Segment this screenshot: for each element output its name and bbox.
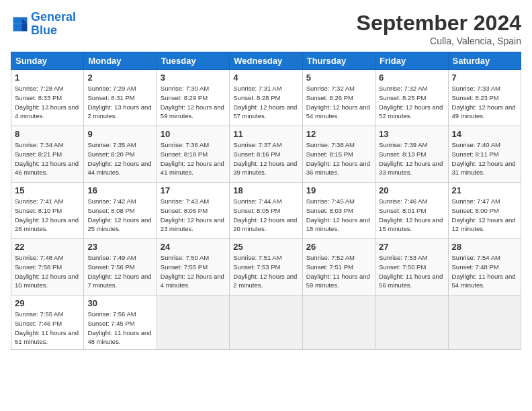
table-row: 24Sunrise: 7:50 AMSunset: 7:55 PMDayligh… [157,239,229,295]
table-row: 14Sunrise: 7:40 AMSunset: 8:11 PMDayligh… [448,126,521,183]
page: General Blue September 2024 Culla, Valen… [0,0,532,411]
table-row: 6Sunrise: 7:32 AMSunset: 8:25 PMDaylight… [375,70,448,126]
table-row: 30Sunrise: 7:56 AMSunset: 7:45 PMDayligh… [84,295,157,350]
table-row: 22Sunrise: 7:48 AMSunset: 7:58 PMDayligh… [11,239,84,295]
col-thursday: Thursday [302,52,375,70]
table-row: 19Sunrise: 7:45 AMSunset: 8:03 PMDayligh… [302,183,375,239]
table-row: 29Sunrise: 7:55 AMSunset: 7:46 PMDayligh… [11,295,84,350]
table-row: 26Sunrise: 7:52 AMSunset: 7:51 PMDayligh… [302,239,375,295]
table-row: 13Sunrise: 7:39 AMSunset: 8:13 PMDayligh… [375,126,448,183]
table-row: 10Sunrise: 7:36 AMSunset: 8:18 PMDayligh… [157,126,229,183]
table-row: 20Sunrise: 7:46 AMSunset: 8:01 PMDayligh… [375,183,448,239]
table-row: 11Sunrise: 7:37 AMSunset: 8:16 PMDayligh… [230,126,302,183]
calendar-header-row: Sunday Monday Tuesday Wednesday Thursday… [11,52,521,70]
table-row: 5Sunrise: 7:32 AMSunset: 8:26 PMDaylight… [302,70,375,126]
calendar-table: Sunday Monday Tuesday Wednesday Thursday… [11,52,521,350]
svg-rect-4 [21,23,28,31]
table-row: 9Sunrise: 7:35 AMSunset: 8:20 PMDaylight… [84,126,157,183]
table-row: 8Sunrise: 7:34 AMSunset: 8:21 PMDaylight… [11,126,84,183]
table-row: 7Sunrise: 7:33 AMSunset: 8:23 PMDaylight… [448,70,521,126]
svg-rect-2 [13,17,21,23]
table-row: 4Sunrise: 7:31 AMSunset: 8:28 PMDaylight… [230,70,302,126]
table-row: 17Sunrise: 7:43 AMSunset: 8:06 PMDayligh… [157,183,229,239]
table-row: 21Sunrise: 7:47 AMSunset: 8:00 PMDayligh… [448,183,521,239]
col-saturday: Saturday [448,52,521,70]
logo-blue: Blue [31,24,76,38]
table-row: 28Sunrise: 7:54 AMSunset: 7:48 PMDayligh… [448,239,521,295]
table-row: 12Sunrise: 7:38 AMSunset: 8:15 PMDayligh… [302,126,375,183]
logo-general: General [31,10,76,24]
month-title: September 2024 [357,11,521,36]
header: General Blue September 2024 Culla, Valen… [11,11,521,46]
col-friday: Friday [375,52,448,70]
table-row: 27Sunrise: 7:53 AMSunset: 7:50 PMDayligh… [375,239,448,295]
col-tuesday: Tuesday [157,52,229,70]
svg-rect-3 [13,23,21,31]
table-row: 15Sunrise: 7:41 AMSunset: 8:10 PMDayligh… [11,183,84,239]
col-sunday: Sunday [11,52,84,70]
logo-icon [11,15,30,34]
table-row: 18Sunrise: 7:44 AMSunset: 8:05 PMDayligh… [230,183,302,239]
logo: General Blue [11,11,76,38]
table-row: 2Sunrise: 7:29 AMSunset: 8:31 PMDaylight… [84,70,157,126]
table-row: 25Sunrise: 7:51 AMSunset: 7:53 PMDayligh… [230,239,302,295]
table-row: 1Sunrise: 7:28 AMSunset: 8:33 PMDaylight… [11,70,84,126]
table-row: 16Sunrise: 7:42 AMSunset: 8:08 PMDayligh… [84,183,157,239]
table-row: 23Sunrise: 7:49 AMSunset: 7:56 PMDayligh… [84,239,157,295]
col-monday: Monday [84,52,157,70]
col-wednesday: Wednesday [230,52,302,70]
location-subtitle: Culla, Valencia, Spain [357,36,521,46]
title-block: September 2024 Culla, Valencia, Spain [357,11,521,46]
table-row: 3Sunrise: 7:30 AMSunset: 8:29 PMDaylight… [157,70,229,126]
logo-text: General Blue [31,11,76,38]
